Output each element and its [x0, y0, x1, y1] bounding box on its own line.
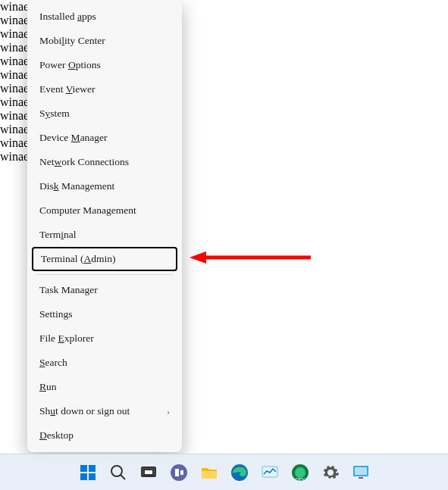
menu-item-power-options[interactable]: Power Options: [27, 53, 182, 77]
winx-context-menu: Installed appsMobility CenterPower Optio…: [27, 0, 182, 164]
menu-item-network-connections[interactable]: Network Connections: [27, 150, 182, 164]
menu-item-event-viewer[interactable]: Event Viewer: [27, 77, 182, 101]
menu-item-system[interactable]: System: [27, 101, 182, 126]
menu-item-label: Device Manager: [39, 131, 108, 145]
menu-item-label: System: [39, 107, 70, 120]
menu-item-label: Mobility Center: [39, 34, 105, 48]
menu-item-label: Power Options: [39, 58, 101, 72]
menu-item-installed-apps[interactable]: Installed apps: [27, 5, 182, 29]
menu-item-mobility-center[interactable]: Mobility Center: [27, 29, 182, 53]
menu-item-label: Installed apps: [39, 10, 96, 23]
menu-item-label: Event Viewer: [39, 83, 96, 96]
menu-item-label: Network Connections: [39, 155, 129, 164]
menu-item-device-manager[interactable]: Device Manager: [27, 126, 182, 150]
